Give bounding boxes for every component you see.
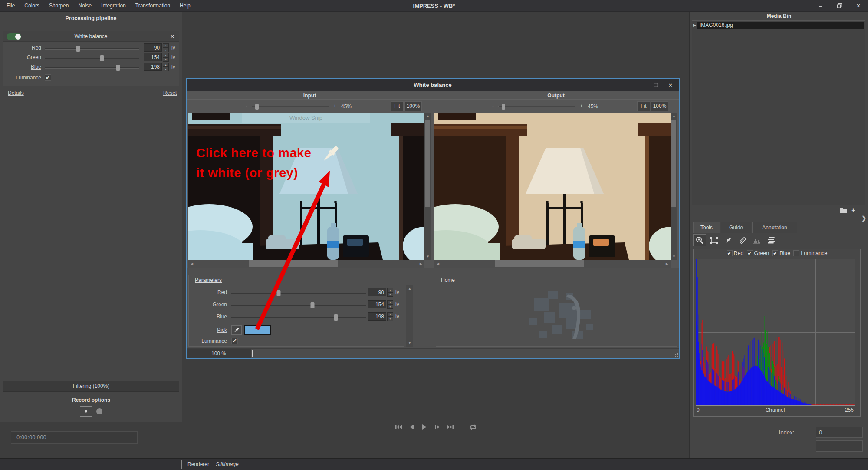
menu-bar: File Colors Sharpen Noise Integration Tr… [2,0,195,12]
tab-tools[interactable]: Tools [693,222,720,233]
red-slider[interactable] [45,48,139,50]
output-zoom-slider[interactable] [498,106,575,107]
index-field[interactable] [816,427,863,438]
histogram-blue-toggle[interactable]: ✔Blue [772,250,790,256]
input-fit-button[interactable]: Fit [391,101,404,111]
param-red-field[interactable] [368,288,386,296]
restore-button[interactable] [830,0,849,12]
param-red-spinner[interactable]: ▲▼ [387,288,393,296]
histogram-luminance-toggle[interactable]: Luminance [793,250,827,256]
param-red-slider[interactable] [231,293,366,294]
menu-file[interactable]: File [2,0,20,12]
luminance-checkbox[interactable]: ✔ [45,74,51,81]
blue-slider[interactable] [45,67,139,69]
blue-value-field[interactable] [144,63,162,71]
red-value-field[interactable] [144,43,162,52]
param-green-spinner[interactable]: ▲▼ [387,300,393,308]
param-green-label[interactable]: Green [213,301,227,308]
histogram-red-toggle[interactable]: ✔Red [727,250,744,256]
param-green-slider[interactable] [231,305,366,306]
param-blue-field[interactable] [368,312,386,321]
loop-button[interactable] [467,421,479,433]
blue-unit: lv [171,64,175,70]
new-folder-button[interactable] [840,207,848,217]
dialog-maximize-button[interactable] [648,79,663,91]
menu-noise[interactable]: Noise [73,0,96,12]
pick-label[interactable]: Pick [217,327,227,333]
index-secondary-field[interactable] [816,440,863,452]
histogram-green-toggle[interactable]: ✔Green [747,250,769,256]
menu-integration[interactable]: Integration [96,0,131,12]
timecode-field[interactable]: 0:00:00:000 [11,431,138,444]
step-back-button[interactable] [406,421,417,433]
output-vertical-scrollbar[interactable]: ▲ ▼ [671,113,677,260]
details-link[interactable]: Details [8,90,24,96]
skip-start-button[interactable] [393,421,404,433]
param-red-label[interactable]: Red [217,289,227,295]
close-button[interactable]: ✕ [849,0,868,12]
media-bin-list[interactable]: ▶ IMAG0016.jpg [692,20,865,205]
param-blue-label[interactable]: Blue [217,314,227,320]
snapshot-button[interactable] [80,406,92,417]
expand-arrow-icon[interactable]: ▶ [693,23,696,27]
input-zoom-out[interactable]: - [246,103,247,109]
input-image[interactable]: Window Snip Click here to make it white … [188,113,424,260]
green-slider[interactable] [45,58,139,59]
tab-annotation[interactable]: Annotation [752,222,797,233]
parameters-scrollbar[interactable]: ▲ ▼ [406,285,413,347]
step-forward-button[interactable] [432,421,443,433]
input-horizontal-scrollbar[interactable]: ◀ ▶ [188,260,424,268]
output-zoom-in[interactable]: + [580,103,583,109]
ruler-tool-button[interactable] [736,234,749,246]
param-green-field[interactable] [368,300,386,308]
param-blue-spinner[interactable]: ▲▼ [387,312,393,321]
output-horizontal-scrollbar[interactable]: ◀ ▶ [434,260,671,268]
dialog-close-button[interactable]: ✕ [663,79,678,91]
green-spinner[interactable]: ▲▼ [163,53,169,61]
dialog-title-bar[interactable]: White balance ✕ [187,79,679,91]
input-100-button[interactable]: 100% [404,101,422,111]
output-zoom-out[interactable]: - [492,103,494,109]
histogram-tool-button[interactable] [750,234,763,246]
add-media-button[interactable]: + [851,207,855,217]
histogram-panel: ✔Red ✔Green ✔Blue Luminance 0 Channel 25… [693,249,861,417]
menu-help[interactable]: Help [175,0,195,12]
tab-parameters[interactable]: Parameters [188,275,228,285]
output-image[interactable] [434,113,671,260]
pick-eyedropper-button[interactable] [231,325,242,335]
play-button[interactable] [419,421,430,433]
tab-guide[interactable]: Guide [721,222,751,233]
reset-link[interactable]: Reset [163,90,177,96]
green-value-field[interactable] [144,53,162,61]
red-spinner[interactable]: ▲▼ [163,43,169,52]
skip-end-button[interactable] [445,421,456,433]
green-slider-label[interactable]: Green [27,54,41,60]
media-bin-item[interactable]: IMAG0016.jpg [697,22,864,29]
blue-slider-label[interactable]: Blue [31,64,41,70]
menu-colors[interactable]: Colors [20,0,44,12]
output-100-button[interactable]: 100% [651,101,668,111]
filtering-button[interactable]: Filtering (100%) [3,381,179,392]
collapse-panel-chevron-icon[interactable]: ❯ [861,215,866,222]
eyedropper-tool-button[interactable] [722,234,735,246]
menu-sharpen[interactable]: Sharpen [44,0,73,12]
red-slider-label[interactable]: Red [32,45,41,51]
tab-home[interactable]: Home [436,275,460,285]
input-zoom-slider[interactable] [252,106,329,107]
param-luminance-checkbox[interactable]: ✔ [231,338,238,344]
param-blue-slider[interactable] [231,317,366,318]
input-zoom-in[interactable]: + [333,103,336,109]
output-fit-button[interactable]: Fit [637,101,650,111]
menu-transformation[interactable]: Transformation [131,0,175,12]
blue-spinner[interactable]: ▲▼ [163,63,169,71]
effect-close-icon[interactable]: ✕ [168,31,177,42]
input-vertical-scrollbar[interactable]: ▲ ▼ [424,113,431,260]
minimize-button[interactable]: – [811,0,830,12]
layers-tool-button[interactable] [765,234,778,246]
record-button[interactable] [96,408,102,414]
crop-tool-button[interactable] [707,234,720,246]
resize-grip[interactable] [673,352,678,357]
progress-divider [252,350,253,357]
pick-color-swatch[interactable] [244,325,271,335]
zoom-tool-button[interactable] [693,234,706,246]
